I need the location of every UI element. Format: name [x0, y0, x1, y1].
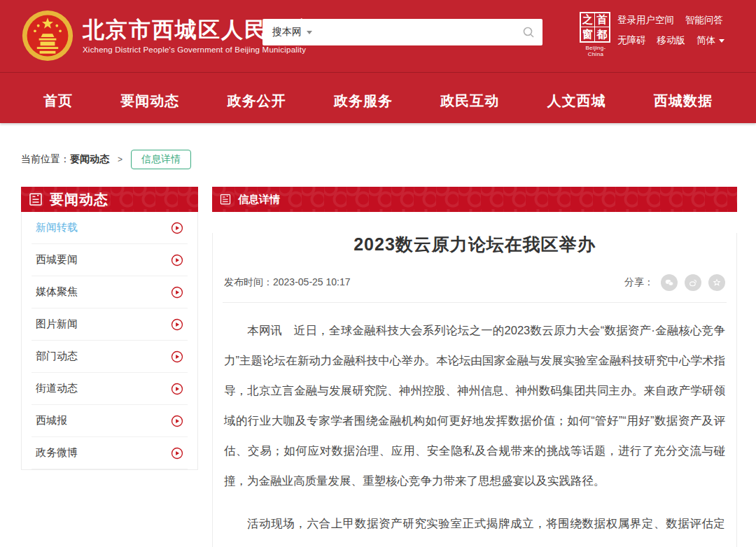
header-row: 北京市西城区人民政府 Xicheng District People's Gov… [0, 0, 756, 72]
breadcrumb: 当前位置： 要闻动态 > 信息详情 [21, 150, 735, 169]
nav-item-interaction[interactable]: 政民互动 [440, 92, 499, 111]
search-box: 搜本网 [262, 19, 542, 45]
article-paragraph: 本网讯 近日，全球金融科技大会系列论坛之一的2023数云原力大会“数据资产·金融… [224, 315, 725, 496]
article-panel-header: 信息详情 [212, 187, 737, 212]
sidebar-title: 要闻动态 [50, 190, 108, 209]
sidebar-item-label: 西城要闻 [36, 253, 78, 267]
article-panel-title: 信息详情 [238, 193, 280, 206]
sidebar-item-label: 部门动态 [36, 350, 78, 363]
newspaper-icon [28, 192, 43, 207]
sidebar-item-label: 新闻转载 [36, 221, 78, 234]
article-body: 2023数云原力论坛在我区举办 发布时间：2023-05-25 10:17 分享… [212, 233, 737, 547]
publish-time-value: 2023-05-25 10:17 [273, 276, 351, 287]
national-emblem-icon [21, 9, 74, 62]
nav-item-news[interactable]: 要闻动态 [120, 92, 179, 111]
article-title: 2023数云原力论坛在我区举办 [213, 233, 736, 256]
nav-item-culture[interactable]: 人文西城 [547, 92, 606, 111]
news-sidebar: 要闻动态 新闻转载西城要闻媒体聚焦图片新闻部门动态街道动态西城报政务微博 [21, 187, 198, 470]
capital-window-seal[interactable]: 之 首 窗 都 Beijing-China [580, 12, 612, 57]
play-circle-icon [171, 286, 183, 299]
language-dropdown[interactable]: 简体 [696, 34, 724, 47]
sidebar-item[interactable]: 新闻转载 [31, 212, 188, 244]
sidebar-item[interactable]: 媒体聚焦 [31, 276, 188, 308]
main-navigation: 首页 要闻动态 政务公开 政务服务 政民互动 人文西城 西城数据 [0, 72, 756, 122]
seal-char: 窗 [581, 27, 595, 41]
sidebar-item-label: 西城报 [36, 414, 67, 427]
nav-item-data[interactable]: 西城数据 [654, 92, 713, 111]
play-circle-icon [171, 415, 183, 427]
play-circle-icon [171, 254, 183, 267]
search-button[interactable] [514, 19, 542, 45]
favorite-star-icon[interactable] [708, 274, 725, 291]
chevron-down-icon [719, 39, 724, 43]
play-circle-icon [171, 447, 183, 460]
breadcrumb-label: 当前位置： [21, 153, 70, 166]
seal-caption: Beijing-China [580, 45, 612, 57]
breadcrumb-section-link[interactable]: 要闻动态 [70, 153, 109, 166]
accessibility-link[interactable]: 无障碍 [617, 34, 646, 47]
search-input[interactable] [321, 19, 514, 45]
search-icon [522, 26, 535, 38]
article-meta: 发布时间：2023-05-25 10:17 分享： [223, 274, 727, 303]
sidebar-item-label: 街道动态 [36, 382, 78, 395]
sidebar-item[interactable]: 街道动态 [31, 373, 188, 405]
play-circle-icon [171, 383, 183, 395]
share-bar: 分享： [624, 274, 725, 291]
nav-item-gov-services[interactable]: 政务服务 [334, 92, 393, 111]
sidebar-item[interactable]: 西城要闻 [31, 244, 188, 276]
login-user-space-link[interactable]: 登录用户空间 [617, 14, 674, 27]
site-subtitle: Xicheng District People's Government of … [83, 45, 314, 54]
search-scope-dropdown[interactable]: 搜本网 [262, 26, 321, 38]
article-panel: 信息详情 2023数云原力论坛在我区举办 发布时间：2023-05-25 10:… [212, 187, 737, 547]
play-circle-icon [171, 222, 183, 234]
language-label: 简体 [696, 34, 715, 47]
seal-char: 都 [595, 27, 609, 41]
seal-char: 之 [581, 13, 595, 27]
sidebar-item[interactable]: 图片新闻 [31, 308, 188, 341]
sidebar-item[interactable]: 政务微博 [31, 437, 188, 469]
share-label: 分享： [624, 276, 654, 289]
wechat-share-icon[interactable] [661, 274, 678, 291]
sidebar-item-label: 政务微博 [36, 446, 78, 460]
breadcrumb-separator: > [118, 155, 122, 164]
publish-time: 发布时间：2023-05-25 10:17 [224, 276, 351, 289]
sidebar-item-label: 媒体聚焦 [36, 285, 78, 299]
mobile-version-link[interactable]: 移动版 [657, 34, 686, 47]
smart-qa-link[interactable]: 智能问答 [685, 14, 723, 27]
weibo-share-icon[interactable] [685, 274, 701, 291]
play-circle-icon [171, 318, 183, 331]
seal-char: 首 [595, 13, 609, 27]
seal-characters: 之 首 窗 都 [580, 12, 610, 43]
nav-item-gov-affairs[interactable]: 政务公开 [227, 92, 286, 111]
search-scope-label: 搜本网 [272, 26, 302, 38]
newspaper-icon [219, 193, 232, 206]
nav-item-home[interactable]: 首页 [43, 92, 73, 111]
site-header: 北京市西城区人民政府 Xicheng District People's Gov… [0, 0, 756, 123]
article-paragraph: 活动现场，六合上甲数据资产研究实验室正式揭牌成立，将围绕数据权属界定、数据评估定… [224, 509, 725, 547]
content-area: 要闻动态 新闻转载西城要闻媒体聚焦图片新闻部门动态街道动态西城报政务微博 信息详… [21, 187, 737, 547]
publish-time-label: 发布时间： [224, 276, 273, 287]
utility-links: 登录用户空间 智能问答 无障碍 移动版 简体 [617, 14, 724, 55]
sidebar-item[interactable]: 部门动态 [31, 341, 188, 373]
sidebar-header: 要闻动态 [21, 187, 198, 212]
chevron-down-icon [307, 31, 312, 34]
play-circle-icon [171, 350, 183, 363]
sidebar-item[interactable]: 西城报 [31, 405, 188, 437]
sidebar-item-label: 图片新闻 [36, 318, 78, 331]
breadcrumb-current-button[interactable]: 信息详情 [131, 150, 191, 169]
sidebar-list: 新闻转载西城要闻媒体聚焦图片新闻部门动态街道动态西城报政务微博 [21, 212, 198, 470]
